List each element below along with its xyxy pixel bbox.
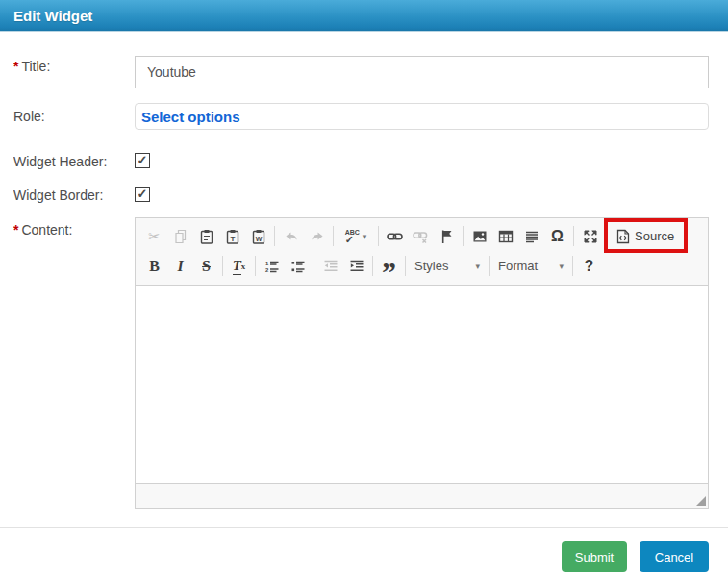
decrease-indent-icon[interactable]: [317, 253, 343, 279]
toolbar-separator: [606, 226, 607, 246]
copy-icon[interactable]: [167, 223, 193, 249]
numbered-list-icon[interactable]: 12: [259, 253, 285, 279]
toolbar-separator: [255, 256, 256, 276]
source-button-label: Source: [635, 229, 674, 243]
toolbar-separator: [405, 256, 406, 276]
toolbar-separator: [314, 256, 314, 276]
role-label: Role:: [13, 109, 45, 124]
paste-plain-text-icon[interactable]: T: [219, 223, 245, 249]
title-label-text: Title:: [21, 59, 50, 74]
svg-text:2: 2: [265, 267, 269, 273]
blockquote-icon[interactable]: ”: [376, 253, 402, 279]
caret-down-icon: ▾: [559, 262, 564, 271]
increase-indent-icon[interactable]: [343, 253, 369, 279]
link-icon[interactable]: [382, 223, 408, 249]
remove-format-icon[interactable]: Tx: [226, 253, 252, 279]
cancel-button[interactable]: Cancel: [640, 541, 709, 572]
toolbar-separator: [372, 256, 373, 276]
paste-icon[interactable]: [193, 223, 219, 249]
editor-footer-bar: [136, 483, 708, 508]
title-input[interactable]: [135, 56, 709, 88]
maximize-icon[interactable]: [577, 223, 603, 249]
paste-from-word-icon[interactable]: W: [245, 223, 271, 249]
rich-text-editor: ✂ T W: [135, 217, 709, 509]
remove-format-t: T: [233, 258, 241, 275]
toolbar-separator: [274, 226, 275, 246]
source-button[interactable]: Source: [610, 223, 681, 249]
check-glyph: ✓: [345, 236, 354, 243]
about-help-icon[interactable]: ?: [576, 253, 602, 279]
editor-content-area[interactable]: [136, 286, 708, 483]
source-doc-icon: [616, 229, 630, 244]
styles-dropdown[interactable]: Styles ▾: [409, 253, 486, 279]
edit-widget-dialog: Edit Widget *Title: Role: Select options…: [0, 0, 728, 576]
strikethrough-icon[interactable]: S: [193, 253, 219, 279]
redo-icon[interactable]: [304, 223, 330, 249]
widget-header-label-text: Widget Header:: [13, 154, 107, 169]
required-asterisk: *: [13, 59, 18, 74]
checkmark-icon: ✓: [138, 188, 148, 200]
image-icon[interactable]: [466, 223, 492, 249]
dialog-title: Edit Widget: [13, 8, 92, 24]
table-icon[interactable]: [492, 223, 518, 249]
content-label: *Content:: [13, 222, 72, 238]
unlink-icon[interactable]: [408, 223, 434, 249]
italic-icon[interactable]: I: [167, 253, 193, 279]
toolbar-separator: [573, 226, 574, 246]
anchor-flag-icon[interactable]: [434, 223, 460, 249]
widget-border-checkbox[interactable]: ✓: [135, 187, 150, 202]
spell-check-glyph: ABC ✓: [345, 229, 360, 243]
toolbar-separator: [378, 226, 379, 246]
bulleted-list-icon[interactable]: [285, 253, 311, 279]
cut-icon[interactable]: ✂: [141, 223, 167, 249]
svg-text:W: W: [255, 235, 262, 241]
caret-down-icon: ▾: [475, 262, 480, 271]
toolbar-separator: [222, 256, 223, 276]
role-label-text: Role:: [13, 109, 45, 124]
title-label: *Title:: [13, 59, 50, 74]
special-character-icon[interactable]: Ω: [544, 223, 570, 249]
widget-border-label-text: Widget Border:: [13, 188, 103, 203]
widget-header-label: Widget Header:: [13, 154, 107, 169]
checkmark-icon: ✓: [138, 154, 148, 166]
editor-toolbar: ✂ T W: [136, 218, 708, 286]
svg-text:T: T: [230, 234, 235, 242]
spell-check-icon[interactable]: ABC ✓ ▾: [337, 223, 375, 249]
widget-header-checkbox[interactable]: ✓: [135, 153, 150, 168]
footer-divider: [0, 527, 728, 528]
format-dropdown-label: Format: [498, 259, 538, 273]
dialog-header: Edit Widget: [0, 0, 728, 32]
caret-down-icon: ▾: [363, 232, 367, 241]
horizontal-line-icon[interactable]: [518, 223, 544, 249]
widget-border-label: Widget Border:: [13, 188, 103, 203]
toolbar-separator: [463, 226, 464, 246]
select-options-link[interactable]: Select options: [141, 109, 240, 125]
submit-button[interactable]: Submit: [562, 541, 627, 572]
toolbar-separator: [489, 256, 490, 276]
toolbar-separator: [333, 226, 334, 246]
required-asterisk: *: [13, 222, 18, 238]
resize-handle-icon[interactable]: [696, 496, 706, 506]
toolbar-row-2: B I S Tx 12: [141, 251, 702, 281]
bold-icon[interactable]: B: [141, 253, 167, 279]
svg-text:1: 1: [265, 260, 269, 265]
format-dropdown[interactable]: Format ▾: [492, 253, 569, 279]
toolbar-row-1: ✂ T W: [141, 221, 702, 251]
content-label-text: Content:: [21, 222, 72, 238]
toolbar-separator: [572, 256, 573, 276]
undo-icon[interactable]: [278, 223, 304, 249]
styles-dropdown-label: Styles: [414, 259, 448, 273]
remove-format-x: x: [241, 262, 246, 271]
role-select-box[interactable]: Select options: [135, 103, 709, 130]
